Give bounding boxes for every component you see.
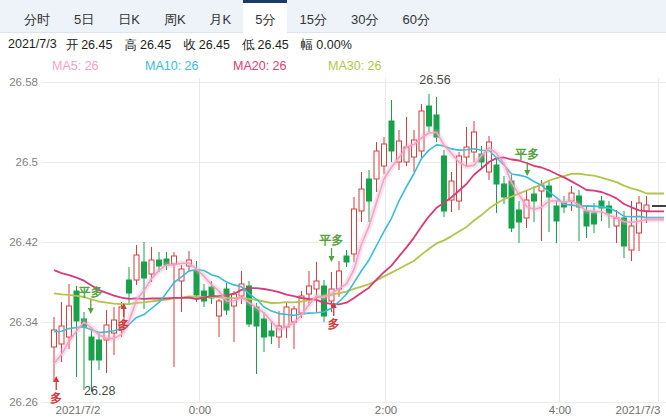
candlestick-chart: 26.5826.526.4226.3426.262021/7/20:002:00…: [0, 56, 666, 420]
candle-body: [97, 340, 102, 360]
info-close-label: 收: [183, 38, 196, 52]
ma20-line: [54, 158, 664, 305]
info-change-value: 0.00%: [316, 38, 351, 52]
candle-body: [629, 226, 634, 250]
candle-body: [352, 209, 357, 254]
info-change-label: 幅: [301, 38, 314, 52]
candle-body: [554, 206, 559, 221]
candle-body: [157, 260, 162, 266]
y-axis-label: 26.5: [16, 156, 38, 168]
y-axis-label: 26.42: [9, 236, 38, 248]
candle-body: [374, 151, 379, 179]
info-date: 2021/7/3: [8, 37, 57, 53]
tab-time-share[interactable]: 分时: [12, 0, 62, 33]
info-high-value: 26.45: [140, 38, 171, 52]
candle-body: [644, 205, 649, 211]
candle-body: [382, 144, 387, 166]
price-label: 26.56: [419, 73, 450, 87]
info-high-label: 高: [124, 38, 137, 52]
close-long-signal: 平多: [514, 147, 539, 161]
info-change: 幅0.00%: [301, 37, 355, 53]
candle-body: [269, 331, 274, 336]
trading-app: 分时5日日K周K月K5分15分30分60分 2021/7/3 开26.45高26…: [0, 0, 666, 420]
y-axis-label: 26.26: [9, 396, 38, 408]
open-long-signal: 多: [328, 317, 340, 331]
info-close-value: 26.45: [199, 38, 230, 52]
candle-body: [127, 280, 132, 293]
candle-body: [494, 165, 499, 184]
info-open-label: 开: [66, 38, 79, 52]
info-close: 收26.45: [183, 37, 233, 53]
tab-5-min[interactable]: 5分: [243, 0, 287, 34]
candle-body: [517, 210, 522, 222]
tab-30-min[interactable]: 30分: [339, 0, 390, 33]
info-open-value: 26.45: [81, 38, 112, 52]
candle-body: [142, 262, 147, 278]
candle-body: [367, 179, 372, 201]
ma5-halo: [54, 132, 664, 363]
x-axis-label: 4:00: [549, 404, 571, 416]
candle-body: [149, 260, 154, 274]
candle-body: [427, 106, 432, 126]
price-label: 26.28: [84, 384, 115, 398]
close-long-signal: 平多: [319, 233, 344, 247]
down-arrow-icon: [524, 170, 530, 176]
info-low: 低26.45: [242, 37, 292, 53]
tab-15-min[interactable]: 15分: [287, 0, 338, 33]
candle-body: [419, 111, 424, 151]
candle-body: [67, 306, 72, 337]
candle-body: [532, 194, 537, 201]
candle-body: [592, 213, 597, 224]
ohlc-info-bar: 2021/7/3 开26.45高26.45收26.45低26.45幅0.00%: [8, 37, 355, 53]
info-low-label: 低: [242, 38, 255, 52]
candle-body: [262, 319, 267, 337]
info-open: 开26.45: [66, 37, 116, 53]
candle-body: [89, 337, 94, 360]
y-axis-label: 26.34: [9, 316, 38, 328]
tab-daily-k[interactable]: 日K: [106, 0, 152, 33]
tab-5-day[interactable]: 5日: [62, 0, 106, 33]
open-long-signal: 多: [50, 391, 62, 405]
tab-weekly-k[interactable]: 周K: [152, 0, 198, 33]
open-long-signal: 多: [118, 318, 130, 332]
candle-body: [464, 147, 469, 157]
down-arrow-icon: [88, 308, 94, 314]
y-axis-label: 26.58: [9, 76, 38, 88]
info-low-value: 26.45: [258, 38, 289, 52]
period-tab-bar: 分时5日日K周K月K5分15分30分60分: [0, 0, 666, 33]
x-axis-label: 2:00: [375, 404, 397, 416]
candle-body: [344, 256, 349, 262]
down-arrow-icon: [329, 256, 335, 262]
x-axis-label: 2021/7/3: [616, 404, 661, 416]
tab-monthly-k[interactable]: 月K: [198, 0, 244, 33]
candle-body: [359, 189, 364, 211]
candle-body: [502, 184, 507, 197]
candle-body: [307, 286, 312, 294]
tab-60-min[interactable]: 60分: [390, 0, 441, 33]
candle-body: [134, 255, 139, 280]
candle-body: [217, 301, 222, 316]
close-long-signal: 平多: [78, 285, 103, 299]
info-high: 高26.45: [124, 37, 174, 53]
candle-body: [389, 121, 394, 151]
x-axis-label: 2021/7/2: [56, 404, 101, 416]
x-axis-label: 0:00: [189, 404, 211, 416]
candle-body: [59, 326, 64, 344]
candle-body: [314, 281, 319, 289]
candle-body: [52, 330, 57, 347]
